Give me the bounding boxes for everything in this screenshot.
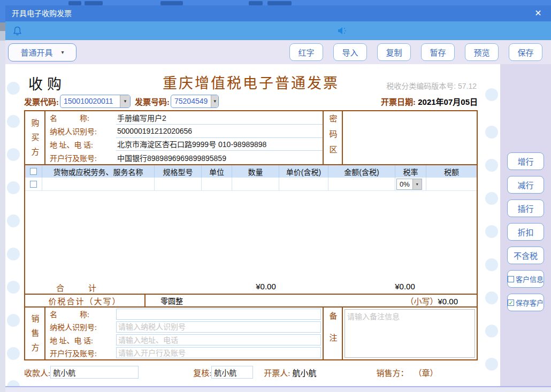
invoice-code-value: 150010020011 — [60, 95, 120, 107]
col-header-unit-price: 单价(含税) — [279, 165, 328, 178]
decor-dot — [7, 347, 20, 360]
chevron-down-icon: ▾ — [61, 49, 64, 55]
add-row-button[interactable]: 增行 — [507, 152, 544, 170]
invoice-number-select[interactable]: 75204549 ▾ — [171, 95, 219, 108]
buyer-name-value[interactable]: 手册编写用户2 — [116, 111, 323, 125]
select-all-checkbox[interactable] — [30, 168, 37, 175]
col-header-tax: 税额 — [426, 165, 477, 178]
decor-dot — [485, 225, 498, 238]
row-checkbox[interactable] — [30, 181, 37, 188]
item-row[interactable]: 0% ▾ — [25, 178, 477, 191]
remark-textarea[interactable] — [345, 309, 475, 358]
item-goods-cell[interactable] — [42, 178, 155, 190]
reviewer-label: 复核: — [193, 367, 211, 378]
speaker-icon — [337, 26, 348, 35]
insert-row-button[interactable]: 插行 — [507, 199, 544, 217]
items-empty-area — [25, 191, 477, 281]
totals-row: 合 计 ¥0.00 ¥0.00 — [25, 281, 477, 294]
seller-section: 销售方 名 称: 纳税人识别号: 地 址、电 话: — [25, 308, 477, 359]
tax-rate-select[interactable]: 0% ▾ — [396, 179, 422, 190]
checkbox-unchecked-icon[interactable] — [508, 276, 514, 282]
grand-total-figures-label: （小写） — [405, 297, 438, 306]
drawer-value: 航小航 — [293, 367, 317, 378]
chevron-down-icon[interactable]: ▾ — [211, 95, 218, 107]
save-button[interactable]: 保存 — [509, 43, 542, 61]
password-area — [343, 111, 477, 164]
chevron-down-icon[interactable]: ▾ — [120, 95, 130, 107]
save-draft-button[interactable]: 暂存 — [421, 43, 455, 61]
invoice-dialog: 开具电子收购发票 ✕ 普通开具 ▾ 红字 导入 复制 暂存 — [5, 5, 551, 392]
customer-info-toggle[interactable]: 客户信息 — [507, 270, 544, 288]
buyer-address-label: 地 址、电 话: — [45, 139, 116, 150]
remark-label: 备注 — [323, 308, 343, 359]
decor-dot — [485, 258, 498, 271]
payee-input[interactable] — [50, 366, 139, 379]
toolbar: 普通开具 ▾ 红字 导入 复制 暂存 预览 保存 — [5, 40, 551, 64]
item-qty-cell[interactable] — [232, 178, 279, 190]
dialog-titlebar: 开具电子收购发票 ✕ — [5, 5, 551, 21]
item-tax-rate-cell: 0% ▾ — [395, 178, 426, 190]
close-icon[interactable]: ✕ — [532, 5, 545, 21]
delete-row-button[interactable]: 减行 — [507, 176, 544, 194]
invoice-code-label: 发票代码: — [24, 96, 59, 107]
import-button[interactable]: 导入 — [333, 43, 367, 61]
password-area-label: 密码区 — [323, 111, 343, 164]
notification-bar — [5, 21, 551, 40]
decor-dot — [7, 214, 20, 227]
background-strip — [0, 0, 5, 22]
background-app-top-edge — [0, 0, 551, 5]
save-customer-toggle[interactable]: ✓ 保存客户 — [507, 294, 544, 311]
buyer-taxid-label: 纳税人识别号: — [45, 126, 116, 136]
chevron-down-icon[interactable]: ▾ — [412, 179, 422, 189]
seller-bank-label: 开户行及账号: — [45, 348, 116, 358]
item-unit-cell[interactable] — [202, 178, 232, 190]
reviewer-input[interactable] — [211, 366, 253, 379]
col-header-goods: 货物或应税劳务、服务名称 — [42, 165, 155, 178]
seller-side-label: 销售方 — [25, 308, 45, 359]
decor-dot — [7, 82, 20, 95]
preview-button[interactable]: 预览 — [465, 43, 499, 61]
issue-mode-select[interactable]: 普通开具 ▾ — [8, 43, 76, 62]
grand-total-label: 价税合计（大写） — [25, 295, 146, 306]
decor-dot — [485, 159, 498, 172]
item-amount-cell[interactable] — [328, 178, 395, 190]
totals-unit-price: ¥0.00 — [239, 282, 293, 291]
background-app-left-edge — [0, 0, 5, 392]
item-spec-cell[interactable] — [155, 178, 202, 190]
seller-taxid-label: 纳税人识别号: — [45, 321, 116, 332]
background-strip — [0, 22, 5, 31]
buyer-taxid-value[interactable]: 500000191212020656 — [116, 125, 323, 138]
buyer-bank-value[interactable]: 中国银行8989896969899895859 — [116, 151, 323, 164]
invoice-number-value: 75204549 — [171, 95, 211, 107]
buyer-name-label: 名 称: — [45, 112, 116, 123]
buyer-address-value[interactable]: 北京市海淀区杏石口路9999号 010-98989898 — [116, 138, 323, 151]
dialog-bottom-edge — [5, 386, 551, 392]
bell-icon — [13, 26, 22, 36]
issue-mode-value: 普通开具 — [20, 47, 52, 58]
side-panel: 增行 减行 插行 折扣 不含税 客户信息 ✓ 保存客户 — [500, 64, 551, 392]
tax-excluded-button[interactable]: 不含税 — [507, 247, 544, 264]
red-invoice-button[interactable]: 红字 — [289, 43, 323, 61]
invoice-number-label: 发票号码: — [135, 96, 170, 107]
invoice-code-select[interactable]: 150010020011 ▾ — [60, 95, 131, 108]
save-customer-label: 保存客户 — [516, 297, 544, 308]
seller-address-input[interactable] — [116, 334, 321, 345]
seller-taxid-input[interactable] — [116, 321, 321, 333]
payee-label: 收款人: — [24, 367, 50, 378]
decor-dot — [485, 358, 498, 371]
copy-button[interactable]: 复制 — [377, 43, 411, 61]
background-icon — [267, 1, 292, 5]
item-unit-price-cell[interactable] — [279, 178, 328, 190]
checkbox-checked-icon[interactable]: ✓ — [508, 299, 514, 306]
decor-dot — [7, 148, 20, 161]
background-icon — [85, 1, 103, 5]
seller-bank-input[interactable] — [116, 347, 321, 358]
seller-name-input[interactable] — [116, 309, 321, 320]
seller-stamp-label: 销售方： — [377, 367, 409, 378]
col-header-unit: 单位 — [202, 165, 232, 178]
background-icon — [160, 1, 183, 5]
item-tax-cell[interactable] — [426, 178, 477, 190]
dialog-title: 开具电子收购发票 — [12, 9, 72, 18]
discount-button[interactable]: 折扣 — [507, 223, 544, 241]
items-table-header: 货物或应税劳务、服务名称 规格型号 单位 数量 单价(含税) 金额(含税) 税率… — [25, 165, 477, 178]
